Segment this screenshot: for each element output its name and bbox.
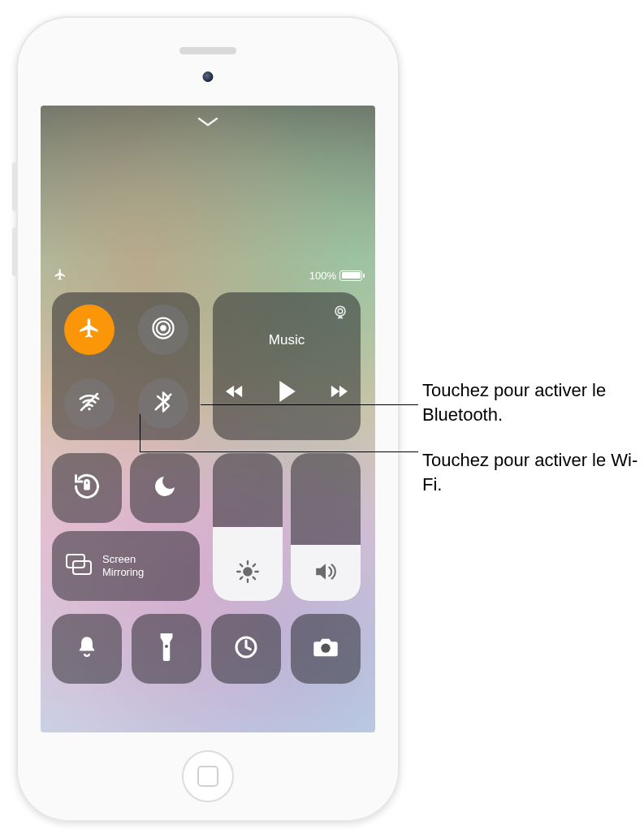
airdrop-icon	[151, 316, 175, 343]
battery-percent: 100%	[309, 270, 336, 282]
svg-line-14	[240, 564, 242, 566]
brightness-icon	[236, 560, 259, 586]
front-camera	[203, 71, 214, 82]
status-bar: 100%	[41, 266, 375, 284]
wifi-off-icon	[77, 390, 102, 417]
chevron-down-icon[interactable]	[197, 117, 218, 132]
flashlight-icon	[158, 633, 175, 664]
airplane-status-icon	[54, 268, 67, 283]
airplane-icon	[78, 317, 101, 343]
do-not-disturb-toggle[interactable]	[130, 453, 200, 523]
svg-point-3	[88, 408, 91, 411]
screen: 100%	[41, 106, 375, 732]
wifi-toggle[interactable]	[64, 378, 115, 429]
camera-button[interactable]	[291, 614, 361, 684]
callout-wifi: Touchez pour activer le Wi-Fi.	[422, 448, 642, 496]
connectivity-panel[interactable]	[52, 292, 200, 440]
timer-icon	[233, 634, 259, 663]
callout-line-wifi	[140, 451, 418, 452]
callout-line-wifi-vert	[140, 414, 140, 451]
svg-point-7	[335, 306, 345, 316]
moon-icon	[152, 473, 178, 503]
svg-point-20	[165, 645, 168, 648]
play-button[interactable]	[278, 381, 296, 405]
screen-mirroring-icon	[65, 553, 93, 579]
airdrop-toggle[interactable]	[138, 305, 188, 355]
timer-button[interactable]	[211, 614, 281, 684]
control-center: Music	[52, 292, 364, 721]
bluetooth-toggle[interactable]	[138, 378, 188, 429]
svg-line-18	[240, 577, 242, 579]
svg-point-11	[244, 568, 251, 575]
speaker-grille	[179, 47, 236, 54]
callout-line-bluetooth	[201, 404, 418, 405]
battery-icon	[339, 270, 362, 281]
volume-down-hw	[12, 227, 16, 276]
svg-point-0	[160, 325, 166, 331]
rotation-lock-icon	[72, 472, 102, 504]
silent-mode-button[interactable]	[52, 614, 122, 684]
home-button[interactable]	[182, 750, 234, 802]
bell-icon	[76, 635, 98, 663]
music-title: Music	[269, 332, 305, 348]
next-track-button[interactable]	[330, 384, 348, 402]
volume-up-hw	[12, 162, 16, 211]
camera-icon	[312, 636, 339, 662]
svg-line-15	[253, 577, 255, 579]
prev-track-button[interactable]	[226, 384, 244, 402]
brightness-slider[interactable]	[213, 453, 283, 601]
screen-mirroring-button[interactable]: Screen Mirroring	[52, 531, 200, 601]
svg-point-22	[321, 643, 330, 652]
airplane-mode-toggle[interactable]	[64, 305, 115, 355]
volume-slider[interactable]	[291, 453, 361, 601]
flashlight-button[interactable]	[132, 614, 201, 684]
music-panel[interactable]: Music	[213, 292, 361, 440]
svg-line-19	[253, 564, 255, 566]
callout-bluetooth: Touchez pour activer le Bluetooth.	[422, 378, 642, 426]
screen-mirroring-label: Screen Mirroring	[102, 553, 144, 578]
airplay-audio-icon[interactable]	[331, 304, 349, 325]
bluetooth-off-icon	[152, 391, 175, 417]
rotation-lock-toggle[interactable]	[52, 453, 122, 523]
device-frame: 100%	[16, 16, 400, 822]
volume-icon	[313, 560, 338, 586]
bottom-shortcut-row	[52, 614, 361, 684]
svg-point-6	[338, 309, 343, 313]
